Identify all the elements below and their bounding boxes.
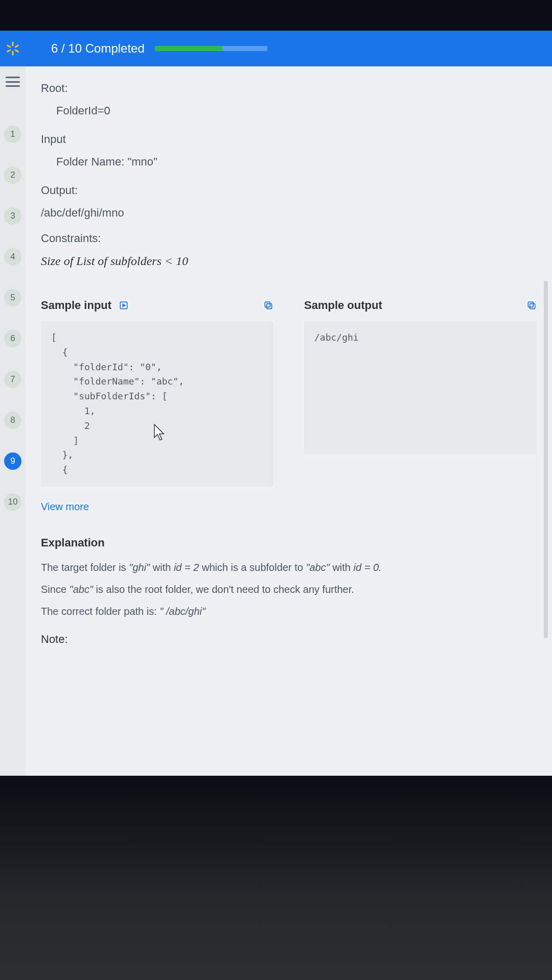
step-9[interactable]: 9 — [4, 452, 21, 470]
copy-icon[interactable] — [263, 300, 273, 310]
text: The target folder is — [41, 562, 129, 573]
sample-output-code[interactable]: /abc/ghi — [304, 321, 537, 454]
scrollbar[interactable] — [544, 281, 548, 638]
view-more-link[interactable]: View more — [41, 501, 89, 513]
brand-logo[interactable] — [0, 31, 26, 66]
root-label: Root: — [41, 82, 537, 95]
explanation-heading: Explanation — [41, 536, 537, 549]
output-value: /abc/def/ghi/mno — [41, 206, 537, 220]
step-5[interactable]: 5 — [4, 289, 21, 306]
sample-output-col: Sample output /abc/ghi — [304, 299, 537, 513]
device-frame-top — [0, 0, 552, 31]
device-frame-bottom — [0, 776, 552, 980]
menu-icon[interactable] — [6, 77, 20, 87]
text: with — [330, 562, 354, 573]
text-em: "abc" — [70, 584, 93, 595]
svg-rect-4 — [7, 44, 11, 48]
download-icon[interactable] — [119, 300, 129, 310]
step-4[interactable]: 4 — [4, 248, 21, 266]
svg-rect-9 — [530, 304, 535, 309]
text: with — [150, 562, 174, 573]
progress-fill — [155, 46, 222, 51]
samples-row: Sample input — [41, 299, 537, 513]
svg-rect-3 — [7, 49, 11, 53]
copy-icon[interactable] — [526, 300, 537, 310]
problem-content: Root: FolderId=0 Input Folder Name: "mno… — [26, 66, 552, 776]
note-heading: Note: — [41, 633, 537, 646]
text-em: "ghi" — [129, 562, 150, 573]
svg-rect-1 — [12, 51, 14, 56]
text-em: "abc" — [306, 562, 329, 573]
constraints-label: Constraints: — [41, 232, 537, 245]
spark-icon — [5, 41, 20, 56]
step-1[interactable]: 1 — [4, 126, 21, 143]
text: Since — [41, 584, 70, 595]
step-2[interactable]: 2 — [4, 166, 21, 184]
input-label: Input — [41, 133, 537, 146]
text-em: id = 0. — [354, 562, 382, 573]
sample-input-code[interactable]: [ { "folderId": "0", "folderName": "abc"… — [41, 321, 273, 487]
svg-rect-8 — [265, 302, 270, 307]
svg-rect-7 — [267, 304, 272, 309]
step-sidebar: 1 2 3 4 5 6 7 8 9 10 — [0, 66, 26, 776]
text-em: id = 2 — [174, 562, 199, 573]
main-area: 1 2 3 4 5 6 7 8 9 10 Root: FolderId=0 In… — [0, 66, 552, 776]
input-value: Folder Name: "mno" — [56, 155, 537, 169]
constraints-value: Size of List of subfolders < 10 — [41, 254, 537, 268]
header-bar: 6 / 10 Completed — [0, 31, 552, 66]
text: The correct folder path is: — [41, 606, 159, 617]
output-label: Output: — [41, 184, 537, 197]
step-10[interactable]: 10 — [4, 493, 21, 511]
svg-rect-0 — [12, 42, 14, 46]
text: is also the root folder, we don't need t… — [93, 584, 354, 595]
svg-rect-5 — [14, 49, 19, 53]
root-value: FolderId=0 — [56, 104, 537, 117]
sample-input-title: Sample input — [41, 299, 111, 312]
text: which is a subfolder to — [199, 562, 306, 573]
step-6[interactable]: 6 — [4, 330, 21, 347]
step-8[interactable]: 8 — [4, 412, 21, 429]
sample-output-title: Sample output — [304, 299, 382, 312]
svg-rect-10 — [528, 302, 533, 307]
explanation-line-3: The correct folder path is: " /abc/ghi" — [41, 606, 537, 617]
progress-text: 6 / 10 Completed — [51, 41, 145, 56]
step-7[interactable]: 7 — [4, 371, 21, 388]
explanation-line-1: The target folder is "ghi" with id = 2 w… — [41, 562, 537, 573]
step-3[interactable]: 3 — [4, 207, 21, 225]
sample-input-col: Sample input — [41, 299, 273, 513]
text-em: " /abc/ghi" — [159, 606, 205, 617]
explanation-line-2: Since "abc" is also the root folder, we … — [41, 584, 537, 595]
progress-bar — [155, 46, 267, 51]
svg-rect-2 — [14, 44, 19, 48]
